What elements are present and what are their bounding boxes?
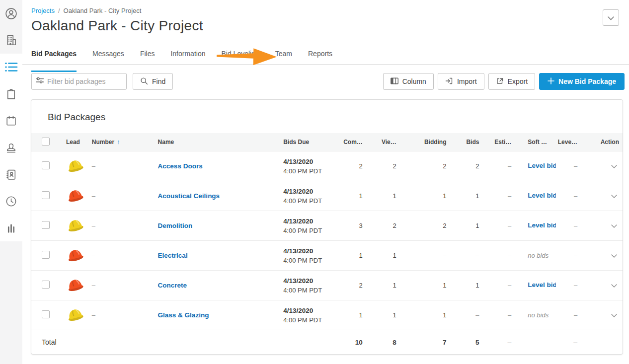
row-checkbox[interactable]	[42, 191, 50, 199]
soft-status-link[interactable]: Level bids	[528, 162, 556, 169]
leveling-value: –	[556, 222, 577, 229]
soft-status-text: no bids	[528, 252, 549, 259]
row-checkbox[interactable]	[42, 251, 50, 259]
bids-count: 1	[447, 282, 479, 289]
tab-bid-leveling[interactable]: Bid Leveling	[221, 50, 259, 64]
col-header-companies[interactable]: Com…	[343, 139, 363, 146]
bid-package-link[interactable]: Concrete	[158, 282, 187, 289]
sidebar-top-section	[0, 0, 22, 54]
bids-count: –	[447, 311, 479, 319]
col-header-leveling[interactable]: Leve…	[556, 139, 577, 146]
tab-team[interactable]: Team	[275, 50, 292, 64]
row-expand-chevron-icon[interactable]	[609, 190, 619, 202]
sidebar-item-profile[interactable]	[0, 0, 22, 27]
sidebar-item-history[interactable]	[0, 188, 22, 215]
sidebar-item-clipboard[interactable]	[0, 80, 22, 107]
soft-status-link[interactable]: Level bids	[528, 281, 556, 289]
sidebar-item-contacts[interactable]	[0, 161, 22, 188]
hard-hat-icon	[66, 187, 84, 203]
row-checkbox[interactable]	[42, 310, 50, 318]
tab-bid-packages[interactable]: Bid Packages	[31, 50, 77, 64]
row-checkbox[interactable]	[42, 221, 50, 229]
bids-due-cell: 4/13/20204:00 PM PDT	[283, 217, 343, 235]
col-header-name[interactable]: Name	[158, 139, 284, 146]
bid-package-link[interactable]: Glass & Glazing	[158, 311, 209, 319]
bid-packages-card: Bid Packages Lead Number↑ Name Bids Due …	[31, 99, 623, 355]
tab-information[interactable]: Information	[170, 50, 205, 64]
col-header-viewed[interactable]: Vie…	[363, 139, 396, 146]
breadcrumb-projects-link[interactable]: Projects	[31, 7, 55, 14]
bid-package-link[interactable]: Acoustical Ceilings	[158, 192, 220, 200]
viewed-count: 2	[363, 162, 396, 170]
search-icon	[140, 77, 148, 86]
soft-status-text: no bids	[528, 311, 549, 319]
bidding-count: 1	[396, 311, 447, 319]
stamp-icon	[5, 142, 17, 154]
row-expand-chevron-icon[interactable]	[609, 220, 619, 231]
col-header-lead[interactable]: Lead	[62, 139, 92, 146]
new-bid-package-button[interactable]: New Bid Package	[539, 73, 625, 90]
total-estimate: –	[479, 338, 511, 346]
plus-icon	[548, 77, 554, 86]
soft-status-link[interactable]: Level bids	[528, 221, 556, 229]
table-row: – Acoustical Ceilings 4/13/20204:00 PM P…	[31, 181, 623, 211]
find-button[interactable]: Find	[133, 73, 173, 90]
leveling-value: –	[556, 311, 577, 319]
row-expand-chevron-icon[interactable]	[609, 309, 619, 321]
bid-package-link[interactable]: Access Doors	[158, 162, 203, 170]
clock-icon	[5, 195, 17, 208]
col-header-soft[interactable]: Soft …	[511, 139, 556, 146]
tab-reports[interactable]: Reports	[308, 50, 332, 64]
leveling-value: –	[556, 162, 577, 170]
row-number: –	[92, 192, 158, 200]
total-bidding: 7	[396, 339, 447, 346]
total-viewed: 8	[363, 339, 396, 346]
row-checkbox[interactable]	[42, 161, 50, 169]
import-button-label: Import	[457, 77, 477, 85]
page-title: Oakland Park - City Project	[31, 18, 629, 34]
sidebar-item-bid-packages[interactable]	[0, 54, 22, 80]
tab-messages[interactable]: Messages	[92, 50, 124, 64]
select-all-checkbox[interactable]	[42, 138, 50, 146]
table-row: – Concrete 4/13/20204:00 PM PDT 2 1 1 1 …	[31, 270, 623, 300]
col-header-bids-due[interactable]: Bids Due	[283, 139, 343, 146]
sidebar-item-company[interactable]	[0, 27, 22, 54]
hard-hat-icon	[66, 217, 84, 233]
bids-count: 2	[447, 162, 479, 170]
table-header-row: Lead Number↑ Name Bids Due Com… Vie… Bid…	[31, 133, 623, 151]
row-expand-chevron-icon[interactable]	[609, 280, 619, 291]
row-expand-chevron-icon[interactable]	[609, 160, 619, 172]
bids-due-cell: 4/13/20204:00 PM PDT	[283, 276, 343, 295]
col-header-bidding[interactable]: Bidding	[396, 139, 447, 146]
table-row: – Electrical 4/13/20204:00 PM PDT 1 1 – …	[31, 240, 623, 270]
filter-bid-packages-input[interactable]	[47, 77, 117, 85]
viewed-count: 1	[363, 282, 396, 289]
import-button[interactable]: Import	[438, 73, 484, 90]
sidebar-item-analytics[interactable]	[0, 215, 22, 241]
card-title: Bid Packages	[31, 100, 623, 133]
col-header-number[interactable]: Number↑	[92, 139, 158, 146]
sidebar-item-stamp[interactable]	[0, 134, 22, 161]
breadcrumb-current: Oakland Park - City Project	[64, 7, 142, 14]
bid-package-link[interactable]: Demolition	[158, 222, 193, 229]
export-icon	[496, 77, 504, 86]
estimate-value: –	[479, 192, 511, 200]
bid-package-link[interactable]: Electrical	[158, 252, 188, 259]
row-checkbox[interactable]	[42, 281, 50, 289]
person-circle-icon	[4, 7, 18, 20]
col-header-bids[interactable]: Bids	[447, 139, 479, 146]
filter-input-wrapper	[31, 73, 127, 90]
soft-status-link[interactable]: Level bids	[528, 192, 556, 199]
export-button[interactable]: Export	[488, 73, 535, 90]
sidebar-item-calendar[interactable]	[0, 107, 22, 134]
estimate-value: –	[479, 282, 511, 289]
column-button[interactable]: Column	[383, 73, 434, 90]
row-number: –	[92, 252, 158, 259]
row-expand-chevron-icon[interactable]	[609, 250, 619, 261]
total-companies: 10	[343, 339, 363, 346]
companies-count: 3	[343, 222, 363, 229]
col-header-estimate[interactable]: Esti…	[479, 139, 511, 146]
tab-files[interactable]: Files	[140, 50, 155, 64]
header-collapse-button[interactable]	[603, 9, 619, 26]
viewed-count: 2	[363, 222, 396, 229]
